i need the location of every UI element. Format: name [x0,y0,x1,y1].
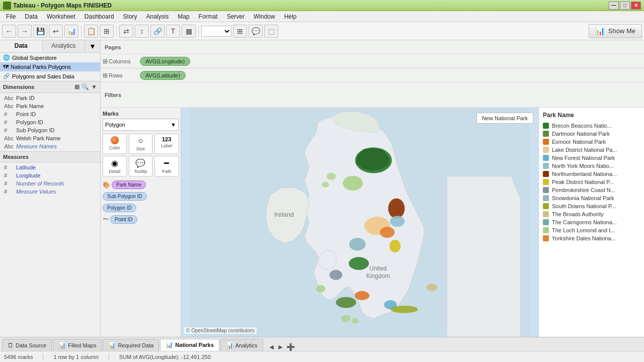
close-button[interactable]: ✕ [631,2,641,10]
svg-point-25 [352,318,359,324]
new-national-park-button[interactable]: New National Park [476,113,533,124]
marks-detail-btn[interactable]: ◉ Detail [103,156,127,176]
show-me-button[interactable]: 📊 Show Me [589,24,642,38]
toolbar-grid[interactable]: ⊞ [100,25,114,38]
rows-pill[interactable]: AVG(Latitude) [140,71,186,80]
field-num-records[interactable]: # Number of Records [0,179,100,188]
toolbar-forward[interactable]: → [18,25,32,38]
legend-label-7: Peak District National P... [552,179,614,185]
marks-type-select[interactable]: Polygon ▼ [103,119,179,131]
legend-item-10: South Downs National P... [543,202,640,210]
menu-server[interactable]: Server [223,12,249,21]
marks-label-label: Label [161,143,172,148]
toolbar-frame[interactable]: ⬚ [264,25,278,38]
marks-size-btn[interactable]: ○ Size [129,134,153,154]
menu-worksheet[interactable]: Worksheet [43,12,79,21]
dimensions-header[interactable]: Dimensions ⊞ 🔍 ▼ [0,81,100,93]
tab-analytics[interactable]: Analytics [43,40,86,52]
sep1 [81,26,82,37]
menu-help[interactable]: Help [280,12,301,21]
detail-pill-polygon-id[interactable]: Polygon ID [103,204,136,212]
dimensions-search-icon[interactable]: 🔍 [82,83,89,90]
minimize-button[interactable]: — [609,2,619,10]
menu-format[interactable]: Format [195,12,222,21]
field-polygon-id[interactable]: # Polygon ID [0,118,100,126]
toolbar-undo[interactable]: ↩ [49,25,63,38]
marks-tooltip-btn[interactable]: 💬 Tooltip [129,156,153,176]
toolbar-back[interactable]: ← [2,25,16,38]
ds-polygons-sales[interactable]: 🔗 Polygons and Sales Data [0,71,100,81]
ds-global-superstore[interactable]: 🌐 Global Superstore [0,53,100,62]
field-point-id[interactable]: # Point ID [0,110,100,118]
toolbar-new-sheet[interactable]: 📋 [84,25,98,38]
menu-window[interactable]: Window [250,12,279,21]
toolbar-fit[interactable]: ⊞ [233,25,247,38]
menu-dashboard[interactable]: Dashboard [80,12,118,21]
map-area[interactable]: Ireland United Kingdom Netherlands Belgi… [181,108,538,337]
marks-color-btn[interactable]: Color [103,134,127,154]
legend-item-14: Yorkshire Dales Nationa... [543,234,640,242]
field-latitude[interactable]: # Latitude [0,163,100,171]
menu-data[interactable]: Data [21,12,41,21]
toolbar-sort[interactable]: ↕ [135,25,149,38]
legend-panel: Park Name Brecon Beacons Natio... Dartmo… [538,108,644,337]
toolbar-link[interactable]: 🔗 [150,25,165,38]
toolbar-bar[interactable]: ▦ [182,25,196,38]
marks-label-btn[interactable]: 123 Label [154,134,179,154]
menu-story[interactable]: Story [119,12,141,21]
toolbar-swap[interactable]: ⇄ [119,25,133,38]
menu-map[interactable]: Map [174,12,193,21]
sheet-right-icon[interactable]: ► [277,343,284,351]
marks-path-btn[interactable]: ━ Path [154,156,179,176]
field-longitude[interactable]: # Longitude [0,171,100,179]
columns-pill[interactable]: AVG(Longitude) [140,57,190,66]
dimensions-grid-icon[interactable]: ⊞ [74,83,79,90]
bottom-tabs: 🗒 Data Source 📊 Filled Maps 📊 Required D… [0,337,644,351]
svg-point-15 [330,270,343,280]
menu-file[interactable]: File [2,12,20,21]
detail-pill-sub-polygon[interactable]: Sub Polygon ID [103,192,147,201]
btab-data-source[interactable]: 🗒 Data Source [2,339,52,351]
toolbar-chart[interactable]: 📊 [64,25,78,38]
toolbar-text[interactable]: T [166,25,180,38]
legend-item-0: Brecon Beacons Natio... [543,122,640,130]
field-measure-values[interactable]: # Measure Values [0,188,100,196]
menu-analysis[interactable]: Analysis [142,12,173,21]
field-park-id[interactable]: Abc Park ID [0,94,100,102]
legend-swatch-9 [543,195,549,201]
legend-title: Park Name [543,112,640,119]
detail-pill-park-name[interactable]: Park Name [112,180,146,189]
btab-national-parks[interactable]: 📊 National Parks [160,339,219,351]
toolbar-tooltip[interactable]: 💬 [249,25,263,38]
svg-point-10 [390,216,405,227]
new-sheet-icon[interactable]: ➕ [286,343,295,351]
field-measure-values-label: Measure Values [16,189,56,195]
toolbar-save[interactable]: 💾 [33,25,47,38]
field-park-name[interactable]: Abc Park Name [0,102,100,110]
btab-analytics[interactable]: 📊 Analytics [220,339,263,351]
ds-national-parks[interactable]: 🗺 National Parks Polygons [0,62,100,71]
legend-swatch-13 [543,227,549,233]
measures-header[interactable]: Measures [0,151,100,162]
panel-menu[interactable]: ▼ [85,40,100,52]
maximize-button[interactable]: □ [620,2,630,10]
detail-pill-point-id[interactable]: Point ID [110,215,137,224]
field-measure-names[interactable]: Abc Measure Names [0,142,100,150]
svg-point-12 [389,240,400,253]
field-welsh-park-name[interactable]: Abc Welsh Park Name [0,134,100,142]
toolbar-combo[interactable] [201,26,231,37]
field-sub-polygon-id[interactable]: # Sub Polygon ID [0,126,100,134]
btab-required-data[interactable]: 📊 Required Data [103,339,159,351]
svg-point-20 [426,284,437,291]
sheet-left-icon[interactable]: ◄ [268,343,275,351]
tab-data[interactable]: Data [0,40,43,52]
dimensions-menu-icon[interactable]: ▼ [91,83,97,90]
marks-type-chevron: ▼ [171,122,176,128]
pages-shelf: Pages [101,40,644,54]
map-attribution: © OpenStreetMap contributors [184,327,257,334]
menu-bar: File Data Worksheet Dashboard Story Anal… [0,11,644,22]
legend-swatch-11 [543,211,549,217]
btab-filled-maps[interactable]: 📊 Filled Maps [53,339,102,351]
detail-row-point-id: 〜 Point ID [103,215,179,224]
window-controls[interactable]: — □ ✕ [609,2,641,10]
